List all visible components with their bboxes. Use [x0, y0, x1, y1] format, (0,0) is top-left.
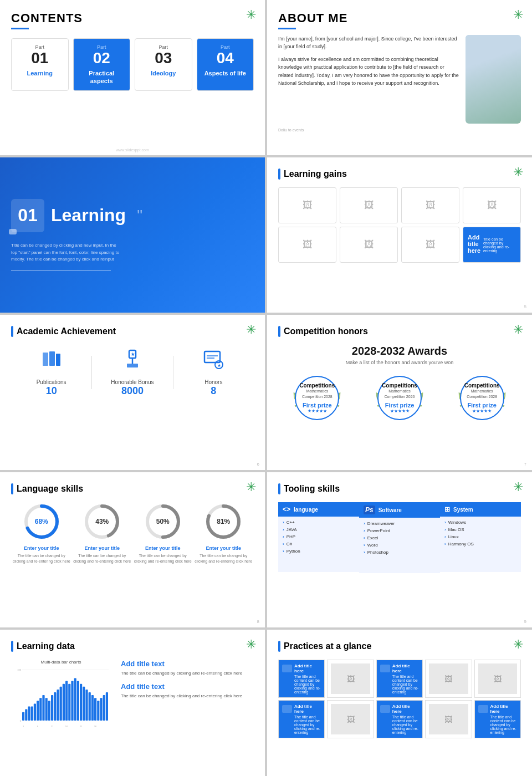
comp-prize-3: First prize — [467, 402, 497, 409]
learning-desc: Title can be changed by clicking and new… — [11, 242, 122, 263]
svg-rect-38 — [54, 692, 56, 721]
skill-desc-2: The title can be changed by clicking and… — [72, 553, 133, 564]
deco-star-6: ✳ — [513, 323, 523, 337]
publications-icon — [11, 348, 91, 375]
lang-item-1: C++ — [283, 520, 355, 525]
tool-lang-body: C++ JAVA PHP C# Python — [278, 517, 359, 572]
deco-star-10: ✳ — [513, 637, 523, 652]
svg-text:★: ★ — [130, 352, 135, 357]
gains-cell-6: 🖼 — [340, 227, 398, 263]
practice-icon-10 — [478, 705, 488, 713]
skill-title-1: Enter your title — [11, 545, 72, 551]
tool-soft-label: Software — [378, 507, 402, 513]
practice-cell-1[interactable]: Add title here The title and content can… — [278, 660, 325, 698]
lang-item-3: PHP — [283, 534, 355, 539]
about-image — [466, 35, 521, 124]
data-text-title-2: Add title text — [121, 682, 254, 691]
part-card-1[interactable]: Part 01 Learning — [11, 38, 69, 91]
svg-text:1: 1 — [23, 725, 24, 728]
publications-label: Publications — [11, 379, 91, 385]
academic-title-bar: Academic Achievement — [11, 326, 254, 337]
lang-blue-bar — [11, 483, 13, 494]
svg-rect-1 — [49, 351, 55, 366]
award-icon: ★ — [121, 348, 144, 370]
bonus-label: Honorable Bonus — [92, 379, 172, 385]
img-icon-4: 🖼 — [487, 200, 497, 211]
honors-label: Honors — [173, 379, 254, 385]
practice-cell-3[interactable]: Add title here The title and content can… — [376, 660, 423, 698]
svg-rect-53 — [91, 695, 94, 721]
comp-name-2: Competitions — [382, 382, 417, 389]
laurel-circle-1: Competitions Mathematics Competition 202… — [295, 376, 339, 420]
code-icon: <> — [283, 506, 290, 513]
laurel-wrap-1: 🌿 Competitions Mathematics Competition 2… — [292, 373, 342, 423]
part-card-2[interactable]: Part 02 Practical aspects — [73, 38, 131, 91]
laurel-wrap-2: 🌿 Competitions Mathematics Competition 2… — [375, 373, 424, 423]
page-num-4: 5 — [524, 304, 526, 309]
about-credit: Doliu to events — [278, 128, 521, 132]
img-icon-5: 🖼 — [303, 239, 313, 251]
practice-cell-8[interactable]: Add title here The title and content can… — [376, 700, 423, 738]
gains-cell-8[interactable]: Add title here Title can be changed by c… — [463, 227, 521, 263]
bonus-icon: ★ — [92, 348, 172, 375]
learning-num-wrap: 01 Learning " — [11, 199, 254, 232]
svg-rect-52 — [89, 692, 91, 721]
skill-title-2: Enter your title — [72, 545, 133, 551]
tool-lang-label: language — [294, 507, 318, 513]
img-icon-3: 🖼 — [426, 200, 436, 211]
sys-item-4: Harmony OS — [444, 542, 516, 547]
img-icon-7: 🖼 — [426, 239, 436, 251]
practice-title-bar: Practices at a glance — [278, 641, 521, 652]
practice-icon-6 — [282, 705, 292, 713]
tool-title-bar: Tooling skills — [278, 483, 521, 494]
about-text: I'm [your name], from [your school and m… — [278, 35, 460, 124]
svg-rect-36 — [51, 695, 53, 721]
achievement-bonus: ★ Honorable Bonus 8000 — [92, 348, 172, 397]
awards-title: 2028-2032 Awards — [278, 345, 521, 358]
data-text-desc-1: The title can be changed by clicking and… — [121, 670, 254, 677]
lang-item-5: Python — [283, 549, 355, 554]
svg-rect-26 — [25, 709, 27, 721]
skill-title-3: Enter your title — [132, 545, 193, 551]
part-card-4[interactable]: Part 04 Aspects of life — [197, 38, 254, 91]
practice-img-2: 🖼 — [331, 663, 370, 694]
about-title: ABOUT ME — [278, 11, 521, 25]
practice-img-9: 🖼 — [429, 704, 468, 734]
part-name-1: Learning — [16, 69, 64, 77]
comp-title: Competition honors — [284, 326, 368, 336]
certificate-icon: ★ — [202, 348, 224, 370]
svg-rect-56 — [97, 701, 99, 721]
chart-title: Multi-data bar charts — [11, 660, 111, 665]
tool-sys-label: System — [453, 507, 473, 513]
svg-text:26: 26 — [94, 725, 97, 728]
svg-rect-54 — [94, 698, 96, 721]
svg-text:11: 11 — [51, 725, 54, 728]
circle-container-1: 68% — [22, 502, 61, 541]
contents-title: CONTENTS — [11, 11, 254, 25]
gains-blue-bar — [278, 169, 280, 180]
photoshop-icon: Ps — [364, 506, 375, 514]
data-title-bar: Learning data — [11, 641, 254, 652]
gains-title-bar: Learning gains — [278, 169, 521, 180]
svg-rect-40 — [60, 687, 62, 721]
svg-rect-2 — [56, 354, 60, 366]
part-card-3[interactable]: Part 03 Ideology — [135, 38, 192, 91]
about-para1: I'm [your name], from [your school and m… — [278, 35, 460, 51]
svg-text:21: 21 — [80, 725, 83, 728]
sys-item-1: Windows — [444, 520, 516, 525]
svg-rect-34 — [45, 698, 48, 721]
practice-text-1: Add title here The title and content can… — [294, 663, 321, 694]
laurel-wrap-3: 🌿 Competitions Mathematics Competition 2… — [457, 373, 507, 423]
academic-blue-bar — [11, 326, 13, 337]
svg-rect-45 — [71, 681, 73, 721]
learning-num: 01 — [18, 205, 38, 226]
practice-cell-6[interactable]: Add title here The title and content can… — [278, 700, 325, 738]
circle-skills: 68% Enter your title The title can be ch… — [11, 502, 254, 564]
practice-text-8: Add title here The title and content can… — [392, 704, 419, 734]
gains-title: Learning gains — [284, 169, 347, 179]
practice-cell-10[interactable]: Add title here The title and content can… — [474, 700, 521, 738]
practice-img-7: 🖼 — [331, 704, 370, 734]
comp-blue-bar — [278, 326, 280, 337]
slide-data: ✳ Learning data Multi-data bar charts 01… — [0, 630, 265, 776]
comp-sub-1: Mathematics Competition 2028 — [299, 389, 335, 400]
